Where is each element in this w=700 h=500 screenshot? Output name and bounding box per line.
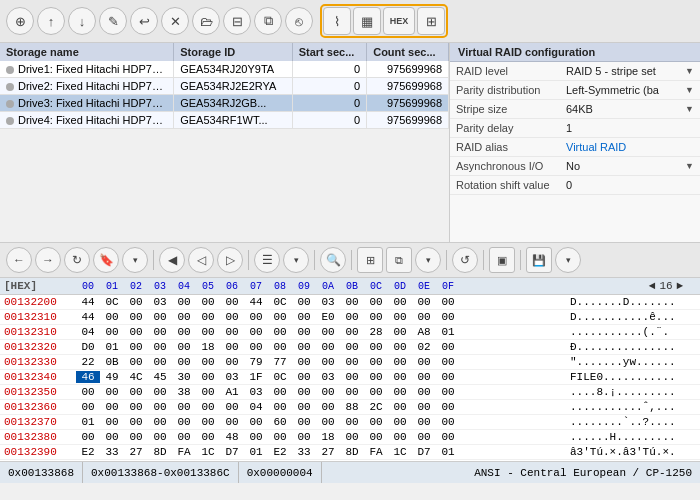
hex-byte[interactable]: 00 bbox=[124, 431, 148, 443]
hex-byte[interactable]: 28 bbox=[364, 326, 388, 338]
hex-byte[interactable]: 00 bbox=[172, 311, 196, 323]
hex-byte[interactable]: 00 bbox=[172, 356, 196, 368]
hex-byte[interactable]: 00 bbox=[124, 311, 148, 323]
hex-byte[interactable]: 00 bbox=[268, 386, 292, 398]
config-value-cell[interactable]: No ▼ bbox=[560, 157, 700, 175]
layers-icon[interactable]: ⧉ bbox=[254, 7, 282, 35]
hex-byte[interactable]: 00 bbox=[292, 311, 316, 323]
hex-row[interactable]: 00132350000000003800A1030000000000000000… bbox=[0, 385, 700, 400]
hex-byte[interactable]: 44 bbox=[76, 311, 100, 323]
hex-byte[interactable]: 00 bbox=[436, 296, 460, 308]
hex-byte[interactable]: 00 bbox=[388, 356, 412, 368]
config-value-cell[interactable]: RAID 5 - stripe set ▼ bbox=[560, 62, 700, 80]
edit-icon[interactable]: ✎ bbox=[99, 7, 127, 35]
hex-byte[interactable]: 03 bbox=[148, 296, 172, 308]
table-row[interactable]: Drive3: Fixed Hitachi HDP7250... GEA534R… bbox=[0, 95, 449, 112]
hex-byte[interactable]: E2 bbox=[268, 446, 292, 458]
hex-byte[interactable]: 00 bbox=[316, 326, 340, 338]
hex-byte[interactable]: 00 bbox=[220, 356, 244, 368]
hex-byte[interactable]: 00 bbox=[292, 326, 316, 338]
up-icon[interactable]: ↑ bbox=[37, 7, 65, 35]
hex-byte[interactable]: 00 bbox=[340, 431, 364, 443]
hex-byte[interactable]: D0 bbox=[76, 341, 100, 353]
search-button[interactable]: 🔍 bbox=[320, 247, 346, 273]
hex-byte[interactable]: 00 bbox=[220, 416, 244, 428]
hex-row[interactable]: 00132330220B0000000000797700000000000000… bbox=[0, 355, 700, 370]
hex-byte[interactable]: E0 bbox=[316, 311, 340, 323]
export-icon[interactable]: ⎋ bbox=[285, 7, 313, 35]
hex-label-btn[interactable]: HEX bbox=[383, 7, 415, 35]
hex-byte[interactable]: 48 bbox=[220, 431, 244, 443]
hex-byte[interactable]: 01 bbox=[436, 446, 460, 458]
dropdown-arrow-icon[interactable]: ▼ bbox=[685, 66, 694, 76]
hex-byte[interactable]: 00 bbox=[100, 311, 124, 323]
hex-byte[interactable]: 00 bbox=[148, 326, 172, 338]
hex-byte[interactable]: 00 bbox=[436, 401, 460, 413]
hex-byte[interactable]: 0B bbox=[100, 356, 124, 368]
dropdown-arrow-2[interactable]: ▾ bbox=[283, 247, 309, 273]
hex-byte[interactable]: 00 bbox=[196, 386, 220, 398]
dropdown-arrow-icon[interactable]: ▼ bbox=[685, 104, 694, 114]
hex-byte[interactable]: 00 bbox=[124, 386, 148, 398]
hex-byte[interactable]: 00 bbox=[124, 341, 148, 353]
hex-byte[interactable]: 27 bbox=[316, 446, 340, 458]
dropdown-arrow-1[interactable]: ▾ bbox=[122, 247, 148, 273]
close-icon[interactable]: ✕ bbox=[161, 7, 189, 35]
hex-byte[interactable]: 8D bbox=[148, 446, 172, 458]
hex-byte[interactable]: 0C bbox=[268, 371, 292, 383]
hex-byte[interactable]: 00 bbox=[124, 296, 148, 308]
hex-byte[interactable]: 00 bbox=[292, 356, 316, 368]
hex-byte[interactable]: 33 bbox=[100, 446, 124, 458]
hex-byte[interactable]: 00 bbox=[244, 311, 268, 323]
hex-byte[interactable]: 1C bbox=[388, 446, 412, 458]
dropdown-arrow-icon[interactable]: ▼ bbox=[685, 85, 694, 95]
undo-icon[interactable]: ↩ bbox=[130, 7, 158, 35]
hex-byte[interactable]: 04 bbox=[244, 401, 268, 413]
hex-byte[interactable]: 00 bbox=[76, 386, 100, 398]
hex-byte[interactable]: 0C bbox=[100, 296, 124, 308]
hex-byte[interactable]: 00 bbox=[388, 371, 412, 383]
hex-byte[interactable]: 00 bbox=[436, 371, 460, 383]
prev-page-icon[interactable]: ◄ bbox=[649, 280, 656, 292]
hex-byte[interactable]: 00 bbox=[292, 431, 316, 443]
hex-byte[interactable]: 00 bbox=[196, 311, 220, 323]
hex-byte[interactable]: 30 bbox=[172, 371, 196, 383]
hex-byte[interactable]: 03 bbox=[244, 386, 268, 398]
hex-byte[interactable]: 00 bbox=[172, 296, 196, 308]
hex-byte[interactable]: 00 bbox=[340, 386, 364, 398]
grid-icon[interactable]: ⊞ bbox=[417, 7, 445, 35]
hex-row[interactable]: 0013234046494C453000031F0C00030000000000… bbox=[0, 370, 700, 385]
folder-icon[interactable]: 🗁 bbox=[192, 7, 220, 35]
hex-content[interactable]: 00132200440C0003000000440C00030000000000… bbox=[0, 295, 700, 461]
hex-byte[interactable]: 00 bbox=[364, 311, 388, 323]
hex-byte[interactable]: 00 bbox=[172, 431, 196, 443]
chart-icon[interactable]: ▦ bbox=[353, 7, 381, 35]
hex-byte[interactable]: FA bbox=[364, 446, 388, 458]
hex-byte[interactable]: 00 bbox=[100, 431, 124, 443]
hex-byte[interactable]: 00 bbox=[364, 431, 388, 443]
hex-byte[interactable]: 00 bbox=[268, 326, 292, 338]
hex-byte[interactable]: 00 bbox=[316, 401, 340, 413]
refresh-button[interactable]: ↻ bbox=[64, 247, 90, 273]
hex-byte[interactable]: 00 bbox=[196, 416, 220, 428]
hex-byte[interactable]: 01 bbox=[76, 416, 100, 428]
hex-byte[interactable]: 00 bbox=[100, 416, 124, 428]
hex-byte[interactable]: 01 bbox=[100, 341, 124, 353]
down-icon[interactable]: ↓ bbox=[68, 7, 96, 35]
table-row[interactable]: Drive1: Fixed Hitachi HDP7250... GEA534R… bbox=[0, 61, 449, 78]
hex-byte[interactable]: 00 bbox=[124, 326, 148, 338]
hex-byte[interactable]: 00 bbox=[196, 296, 220, 308]
hex-byte[interactable]: 00 bbox=[340, 296, 364, 308]
hex-byte[interactable]: 0C bbox=[268, 296, 292, 308]
hex-byte[interactable]: 00 bbox=[196, 401, 220, 413]
hex-byte[interactable]: 00 bbox=[412, 386, 436, 398]
hex-byte[interactable]: 00 bbox=[412, 416, 436, 428]
hex-byte[interactable]: 00 bbox=[292, 401, 316, 413]
config-value-cell[interactable]: 64KB ▼ bbox=[560, 100, 700, 118]
hex-byte[interactable]: 00 bbox=[196, 356, 220, 368]
hex-byte[interactable]: 00 bbox=[220, 311, 244, 323]
hex-byte[interactable]: 00 bbox=[436, 431, 460, 443]
hex-byte[interactable]: 00 bbox=[220, 401, 244, 413]
hex-byte[interactable]: 01 bbox=[244, 446, 268, 458]
hex-byte[interactable]: 00 bbox=[388, 326, 412, 338]
